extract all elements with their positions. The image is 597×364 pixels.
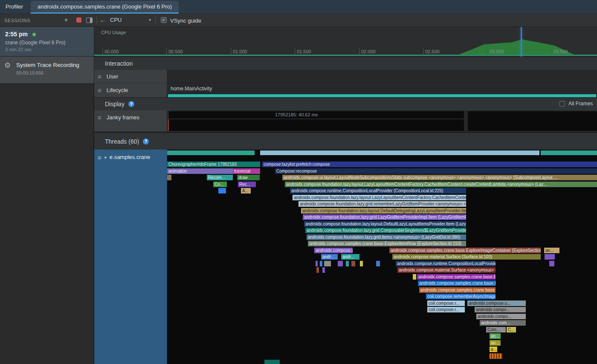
trace-span[interactable] [549,261,554,266]
trace-span[interactable]: androidx.compose.ui.layout.LayoutNodeSub… [282,175,597,180]
trace-span[interactable] [260,150,539,155]
session-card[interactable]: 2:55 pm crane (Google Pixel 6 Pro) 3 min… [0,27,94,56]
trace-span[interactable]: a... [490,347,497,352]
trace-span[interactable]: androidx.compose.runtime.CompositionLoca… [396,261,496,266]
trace-span[interactable]: C... [507,327,516,332]
trace-span[interactable] [324,261,331,266]
trace-span[interactable]: an... [490,333,501,339]
trace-span[interactable]: Co... [213,182,227,187]
trace-span[interactable]: androidx.compo... [476,314,526,319]
trace-span[interactable] [264,360,280,364]
janky-frames-track-label[interactable]: ≡ Janky frames [94,110,167,132]
profiler-mode-label: CPU [110,17,122,23]
drag-handle-icon[interactable]: ≡ [98,87,101,93]
flame-chart[interactable]: Choreographer#doFrame 17952183compose:la… [167,150,597,364]
all-frames-checkbox[interactable] [559,101,565,107]
user-track-label[interactable]: ≡ User [94,70,167,83]
trace-span[interactable]: androidx.compose.material.Surface.<anony… [397,267,496,273]
trace-span[interactable] [490,353,502,359]
trace-span[interactable]: androidx.compose.samples.crane.base.Expl… [418,280,496,286]
trace-span[interactable]: an... [490,340,501,346]
chevron-down-icon[interactable]: ▾ [104,155,107,160]
trace-span[interactable]: traversal [233,168,260,174]
trace-span[interactable] [322,267,325,273]
trace-span[interactable]: coil.compose.r... [427,307,465,312]
trace-span[interactable] [320,261,322,266]
trace-span[interactable]: androidx.compose.foundation.lazy.layout.… [293,195,466,200]
trace-span[interactable] [360,261,363,266]
cpu-chart[interactable]: CPU Usage 00.00000.50001.00001.50002.000… [94,27,597,57]
lifecycle-track-label[interactable]: ≡ Lifecycle [94,83,167,97]
drag-handle-icon[interactable]: ≡ [98,73,101,80]
thread-row-e-samples-crane[interactable]: ≡ ▾ e.samples.crane [94,150,167,364]
activity-bar[interactable] [168,94,596,97]
trace-span[interactable] [167,150,255,155]
time-tick-label: 03.500 [554,49,568,54]
trace-span[interactable] [316,261,318,266]
trace-span[interactable] [167,175,171,180]
user-track[interactable] [167,70,597,83]
user-label: User [107,73,118,80]
help-icon[interactable]: ? [143,139,149,144]
trace-span[interactable] [413,274,416,280]
trace-span[interactable]: androidx.compo... [475,307,526,312]
trace-span[interactable]: androidx.compose.foundation.lazy.layout.… [285,182,597,187]
help-icon[interactable]: ? [128,101,134,107]
trace-span[interactable] [545,254,555,260]
trace-span[interactable]: androidx.compose.foundation.lazy.grid.it… [307,234,466,240]
add-session-icon[interactable]: + [64,16,68,24]
trace-span[interactable]: androidx.compose.u... [467,300,526,306]
recording-item[interactable]: ⚙ System Trace Recording 00:00:10.656 [0,57,94,83]
trace-span[interactable] [346,261,349,266]
trace-span[interactable]: coil.compose.rememberAsyncImagePainter (… [426,294,496,299]
trace-span[interactable]: A... [241,188,251,194]
trace-span[interactable]: androidx.compose.runtime.CompositionLoca… [290,188,466,194]
trace-span[interactable]: androidx.compose.foundation.lazy.grid.La… [303,214,466,220]
trace-span[interactable]: Rec... [238,182,256,187]
vsync-checkbox[interactable]: ✓ [161,17,167,23]
trace-span[interactable] [351,261,355,266]
profiler-mode-dropdown[interactable]: CPU ▾ [110,17,151,23]
collapse-panel-icon[interactable] [86,17,93,23]
stop-recording-icon[interactable] [76,17,81,23]
trace-span[interactable]: Compose:recompose [275,168,597,174]
trace-span[interactable]: androidx.compose.samples.crane.base.Expl… [419,287,496,293]
trace-span[interactable]: Com... [486,327,506,332]
drag-handle-icon[interactable]: ≡ [98,154,101,161]
trace-span[interactable]: androidx.compose.material.Surface (Surfa… [392,254,541,260]
trace-span[interactable] [541,150,597,155]
trace-span[interactable] [376,261,380,266]
trace-span[interactable]: androidx.compose.samples.crane.base.Expl… [308,241,466,246]
trace-span[interactable]: androidx.compose.foundation.lazy.layout.… [304,221,466,227]
trace-span[interactable]: coil.compose.r... [427,300,465,306]
trace-span[interactable]: animation [167,168,233,174]
back-icon[interactable]: ← [100,16,106,23]
trace-span[interactable]: Recom... [207,175,233,180]
frame-bar[interactable] [169,119,464,131]
drag-handle-icon[interactable]: ≡ [98,114,101,121]
trace-span[interactable]: compose:lazylist:prefetch:compose [262,162,597,167]
trace-span[interactable]: androidx.compose.samples.crane.base.Expl… [417,274,496,280]
trace-span[interactable] [218,188,226,194]
trace-span[interactable]: androidx.compose.foundation.lazy.grid.re… [298,201,466,207]
janky-frame-marker[interactable] [168,119,169,131]
session-time: 2:55 pm [5,31,28,38]
trace-span[interactable]: androidx.compose.ui.layout.m... [314,248,353,253]
trace-span[interactable]: draw [237,175,260,180]
trace-span[interactable] [316,267,319,273]
janky-frames-track[interactable]: 17952185: 40.62 ms [167,110,597,132]
session-tab[interactable]: androidx.compose.samples.crane (Google P… [31,1,179,14]
trace-span[interactable]: andr... [341,254,359,260]
time-tick-label: 00.000 [104,49,119,54]
trace-span[interactable]: androidx.compose.foundation.lazy.layout.… [301,208,466,214]
trace-span[interactable] [338,261,343,266]
frame-bar[interactable] [468,111,597,131]
trace-span[interactable]: an... [544,248,559,253]
trace-span[interactable]: androidx.com... [480,320,526,326]
trace-span[interactable]: androidx.compose.samples.crane.base.Expl… [389,248,541,253]
trace-span[interactable]: androidx.compose.foundation.lazy.grid.Co… [305,228,466,233]
time-tick [551,48,552,56]
trace-span[interactable]: Choreographer#doFrame 17952183 [167,162,260,167]
trace-span[interactable]: andr... [321,254,338,260]
lifecycle-track[interactable]: home.MainActivity [167,83,597,97]
